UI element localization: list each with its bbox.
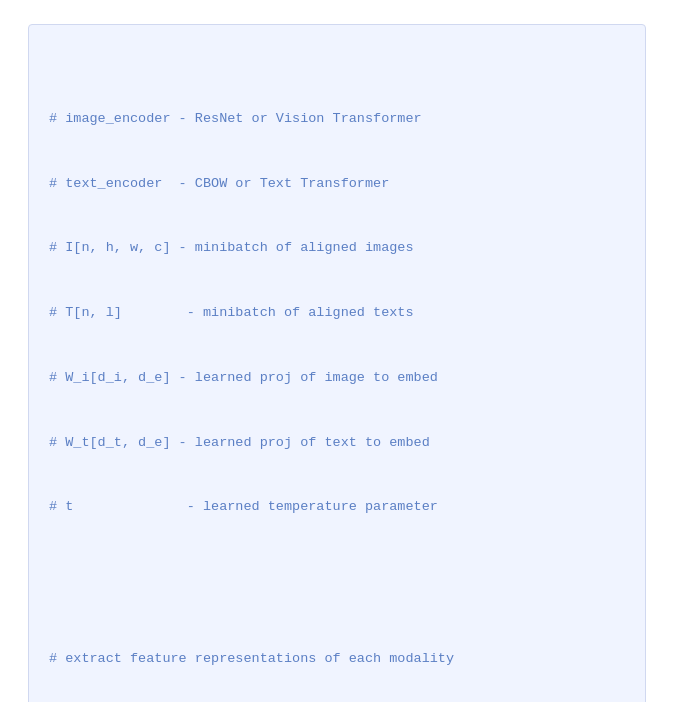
- comment-texts: # T[n, l] - minibatch of aligned texts: [49, 302, 625, 324]
- comment-image-encoder: # image_encoder - ResNet or Vision Trans…: [49, 108, 625, 130]
- code-block: # image_encoder - ResNet or Vision Trans…: [28, 24, 646, 702]
- comment-wt: # W_t[d_t, d_e] - learned proj of text t…: [49, 432, 625, 454]
- comment-text-encoder: # text_encoder - CBOW or Text Transforme…: [49, 173, 625, 195]
- blank-line-1: [49, 561, 625, 583]
- comment-extract: # extract feature representations of eac…: [49, 648, 625, 670]
- comment-wi: # W_i[d_i, d_e] - learned proj of image …: [49, 367, 625, 389]
- comment-images: # I[n, h, w, c] - minibatch of aligned i…: [49, 237, 625, 259]
- comment-t: # t - learned temperature parameter: [49, 496, 625, 518]
